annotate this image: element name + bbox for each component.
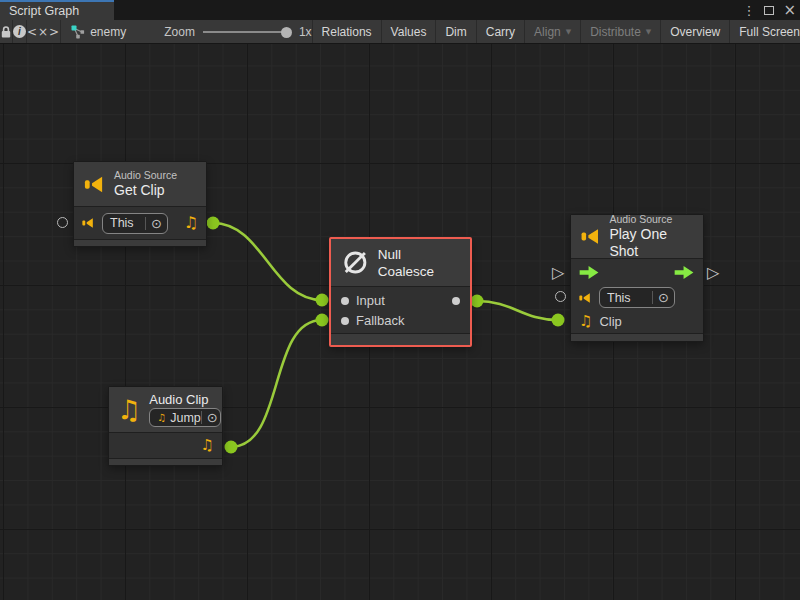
zoom-label: Zoom [164,25,195,39]
node-header: Audio Source Play One Shot [571,215,703,259]
node-subtitle: Audio Source [114,169,177,182]
toolbar-button-align[interactable]: Align ▼ [524,20,580,43]
zoom-control: Zoom 1x [164,20,311,43]
port-row-this: This ⊙ ♫ [74,207,206,239]
node-footer [331,333,470,345]
null-coalesce-icon [341,248,370,277]
zoom-slider-handle[interactable] [281,27,292,38]
port-input-icon[interactable] [341,297,349,305]
zoom-slider-track [203,31,291,33]
port-row-this: This ⊙ [571,285,703,310]
tab-script-graph[interactable]: Script Graph [0,0,114,20]
close-icon[interactable]: × [783,5,796,15]
node-header: Null Coalesce [331,239,470,287]
node-play-one-shot[interactable]: Audio Source Play One Shot This [570,214,704,342]
port-row-output: ♫ [109,433,222,458]
node-null-coalesce[interactable]: Null Coalesce Input Fallback [329,237,472,347]
music-note-icon: ♫ [117,396,141,423]
toolbar-button-group: Relations Values Dim Carry Align ▼ Distr… [312,20,800,43]
toolbar-button-carry[interactable]: Carry [476,20,524,43]
port-rows: Input Fallback [331,287,470,333]
flow-arrow-in-icon[interactable] [579,265,600,280]
tab-strip: Script Graph ⋮ × [0,0,800,20]
port-getclip-this-input[interactable] [57,217,68,228]
dropdown-arrow-icon: ▼ [646,28,651,36]
graph-toolbar: i <×> enemy Zoom 1x Relations Values [0,20,800,44]
window-menu-icon[interactable]: ⋮ [742,3,755,18]
port-output-icon[interactable] [452,297,460,305]
flow-arrow-out-icon[interactable] [674,265,695,280]
node-get-clip[interactable]: Audio Source Get Clip This ⊙ ♫ [73,161,207,247]
code-view-button[interactable]: <×> [27,20,61,43]
audio-source-icon [82,217,95,229]
node-audio-clip[interactable]: ♫ Audio Clip ♫ Jump ⊙ ♫ [108,386,223,466]
music-note-icon: ♫ [157,413,166,423]
flow-in-port-triangle-icon[interactable]: ▷ [552,265,564,281]
node-footer [571,333,703,341]
music-note-icon: ♫ [201,438,214,453]
node-header: Audio Source Get Clip [74,162,206,207]
audio-source-icon [581,227,601,246]
window-controls: ⋮ × [742,0,796,20]
wire-output-to-clip[interactable] [477,301,558,320]
object-field-this[interactable]: This ⊙ [102,213,168,234]
wire-audioclip-to-fallback[interactable] [231,320,322,447]
target-picker-icon[interactable]: ⊙ [652,291,674,304]
node-title: Null Coalesce [378,246,460,280]
target-picker-icon[interactable]: ⊙ [145,217,167,230]
toolbar-button-fullscreen[interactable]: Full Screen [729,20,800,43]
node-header: ♫ Audio Clip ♫ Jump ⊙ [109,387,222,433]
port-row-input: Input [331,289,470,310]
flow-out-port-triangle-icon[interactable]: ▷ [707,265,719,281]
toolbar-button-values[interactable]: Values [381,20,436,43]
dropdown-arrow-icon: ▼ [566,28,571,36]
info-icon: i [13,25,26,38]
node-footer [74,239,206,246]
graph-icon [71,25,85,39]
port-fallback-icon[interactable] [341,317,349,325]
graph-name: enemy [90,25,126,39]
node-title: Play One Shot [609,226,693,260]
wire-getclip-to-input[interactable] [213,223,322,300]
lock-icon [0,25,12,39]
tab-title: Script Graph [9,4,79,18]
toolbar-button-distribute[interactable]: Distribute ▼ [580,20,660,43]
node-title: Audio Clip [149,392,221,407]
node-footer [109,458,222,465]
toolbar-button-relations[interactable]: Relations [312,20,381,43]
flow-port-row [571,259,703,285]
script-graph-window: Script Graph ⋮ × i <×> [0,0,800,600]
target-picker-icon[interactable]: ⊙ [201,411,223,424]
graph-canvas[interactable]: Audio Source Get Clip This ⊙ ♫ [0,44,800,600]
node-subtitle: Audio Source [609,213,693,226]
audio-source-icon [579,292,592,304]
port-row-clip: ♫ Clip [571,310,703,333]
music-note-icon: ♫ [184,215,198,231]
maximize-icon[interactable] [764,6,774,15]
port-row-fallback: Fallback [331,310,470,331]
graph-breadcrumb[interactable]: enemy [71,20,126,43]
info-button[interactable]: i [13,20,27,43]
zoom-slider[interactable] [203,26,291,38]
toolbar-button-overview[interactable]: Overview [660,20,729,43]
code-icon: <×> [27,25,60,39]
port-playoneshot-this-input[interactable] [555,291,566,302]
toolbar-button-dim[interactable]: Dim [435,20,475,43]
audio-source-icon [84,175,106,194]
zoom-value: 1x [299,25,312,39]
object-field-jump[interactable]: ♫ Jump ⊙ [149,408,221,427]
lock-button[interactable] [0,20,13,43]
object-field-this[interactable]: This ⊙ [599,287,675,308]
music-note-icon: ♫ [579,314,592,329]
node-title: Get Clip [114,182,177,199]
